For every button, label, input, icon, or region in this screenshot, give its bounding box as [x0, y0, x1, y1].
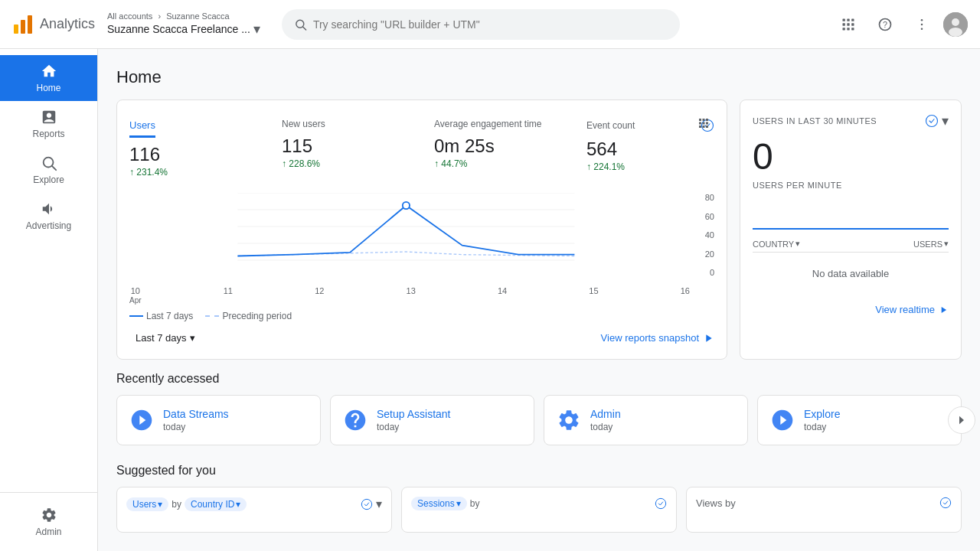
view-snapshot-link[interactable]: View reports snapshot	[601, 332, 714, 344]
advertising-icon	[41, 201, 57, 217]
legend-last7: Last 7 days	[129, 311, 193, 321]
users-dropdown-icon: ▾	[944, 239, 949, 249]
cards-nav-next[interactable]	[948, 406, 975, 434]
users-chip-arrow: ▾	[158, 499, 162, 510]
chevron-right-icon	[955, 413, 969, 427]
y-label-40: 40	[693, 230, 714, 240]
svg-point-16	[921, 18, 923, 21]
legend-dashed-line	[205, 315, 219, 317]
sessions-chip-arrow: ▾	[456, 498, 461, 509]
suggested-users-check-icon[interactable]	[361, 498, 373, 510]
metric-users-value: 116	[129, 144, 257, 165]
svg-point-32	[361, 499, 371, 509]
sidebar: Home Reports Explore Advertising	[0, 49, 98, 551]
search-input[interactable]	[313, 18, 668, 31]
help-button[interactable]: ?	[870, 9, 900, 40]
users-filter[interactable]: USERS ▾	[913, 239, 949, 249]
sidebar-item-explore[interactable]: Explore	[0, 147, 97, 193]
access-card-data-streams[interactable]: Data Streams today	[116, 395, 321, 445]
country-chip[interactable]: Country ID ▾	[185, 497, 247, 511]
metric-new-users-label: New users	[282, 119, 410, 129]
sidebar-label-reports: Reports	[32, 129, 64, 139]
breadcrumb-account: Suzanne Scacca	[166, 11, 230, 21]
avatar[interactable]	[943, 12, 968, 37]
realtime-dropdown-arrow[interactable]: ▾	[942, 112, 949, 129]
view-snapshot-text: View reports snapshot	[601, 332, 699, 344]
suggested-users-filters: Users ▾ by Country ID ▾	[126, 497, 247, 511]
search-icon	[294, 18, 307, 31]
users-chip[interactable]: Users ▾	[126, 497, 168, 511]
analytics-logo-icon	[12, 14, 34, 35]
access-card-explore[interactable]: Explore today	[757, 395, 962, 445]
reports-icon	[41, 109, 57, 126]
suggested-views-check-icon[interactable]	[939, 497, 952, 509]
admin-icon	[557, 408, 581, 432]
expand-button[interactable]	[693, 112, 714, 134]
suggested-card-users[interactable]: Users ▾ by Country ID ▾	[116, 487, 392, 533]
sessions-chip[interactable]: Sessions ▾	[411, 497, 467, 510]
period-selector[interactable]: Last 7 days ▾	[129, 329, 201, 347]
chart-y-labels: 80 60 40 20 0	[693, 193, 714, 277]
access-card-explore-name: Explore	[804, 408, 949, 420]
access-card-data-streams-time: today	[163, 422, 308, 432]
access-card-data-streams-info: Data Streams today	[163, 408, 308, 432]
svg-point-21	[949, 28, 962, 37]
sidebar-admin-area: Admin	[0, 492, 97, 545]
account-selector[interactable]: All accounts › Suzanne Scacca Suzanne Sc…	[107, 11, 260, 37]
metric-event-count-label: Event count	[586, 120, 635, 131]
x-label-12: 12	[315, 286, 324, 305]
recently-accessed-title: Recently accessed	[116, 372, 962, 386]
svg-rect-10	[851, 23, 854, 25]
svg-point-20	[952, 18, 959, 26]
x-label-10: 10Apr	[129, 286, 142, 305]
svg-point-18	[921, 28, 923, 30]
suggested-users-more-icon[interactable]: ▾	[376, 497, 382, 511]
search-bar[interactable]	[282, 9, 680, 40]
suggested-users-actions: ▾	[361, 497, 382, 511]
apps-button[interactable]	[833, 9, 864, 40]
legend-last7-label: Last 7 days	[146, 311, 193, 321]
metric-new-users-change: 228.6%	[282, 158, 410, 169]
suggested-card-views[interactable]: Views by	[686, 487, 962, 533]
svg-text:?: ?	[883, 20, 887, 29]
legend-preceding: Preceding period	[205, 311, 292, 321]
arrow-right-icon	[702, 332, 714, 344]
sidebar-item-reports[interactable]: Reports	[0, 101, 97, 147]
page-title: Home	[116, 67, 962, 87]
account-name-row[interactable]: Suzanne Scacca Freelance ... ▾	[107, 21, 260, 37]
sidebar-label-explore: Explore	[33, 174, 64, 185]
svg-rect-0	[14, 24, 18, 34]
view-realtime-link[interactable]: View realtime	[875, 304, 949, 315]
y-label-0: 0	[693, 268, 714, 277]
realtime-arrow-icon	[938, 305, 949, 315]
sidebar-item-home[interactable]: Home	[0, 55, 97, 101]
sidebar-item-admin[interactable]: Admin	[0, 499, 97, 545]
svg-point-30	[403, 202, 410, 209]
realtime-card: USERS IN LAST 30 MINUTES ▾ 0 USERS PER M…	[740, 99, 962, 360]
suggested-card-sessions[interactable]: Sessions ▾ by	[401, 487, 677, 533]
access-card-setup-assistant-name: Setup Assistant	[377, 408, 521, 420]
metric-engagement-change: 44.7%	[434, 158, 562, 169]
access-card-explore-info: Explore today	[804, 408, 949, 432]
chart-legend: Last 7 days Preceding period	[129, 311, 714, 321]
metric-event-count-change: 224.1%	[586, 161, 714, 172]
y-label-80: 80	[693, 193, 714, 202]
chevron-down-icon[interactable]: ▾	[253, 21, 260, 37]
suggested-views-filters: Views by	[696, 497, 736, 509]
svg-rect-6	[847, 18, 849, 21]
suggested-sessions-actions	[655, 497, 667, 510]
stats-wrapper: Users 116 231.4% New users 115 228.6% Av…	[116, 99, 962, 360]
svg-point-33	[655, 498, 665, 508]
realtime-check-icon[interactable]	[925, 114, 939, 128]
suggested-sessions-check-icon[interactable]	[655, 497, 667, 510]
country-filter[interactable]: COUNTRY ▾	[753, 239, 800, 249]
breadcrumb-all: All accounts	[107, 11, 152, 21]
suggested-sessions-filters: Sessions ▾ by	[411, 497, 479, 510]
sidebar-item-advertising[interactable]: Advertising	[0, 193, 97, 239]
access-card-setup-assistant[interactable]: Setup Assistant today	[330, 395, 534, 445]
x-label-11: 11	[224, 286, 233, 305]
access-card-admin[interactable]: Admin today	[544, 395, 748, 445]
period-dropdown-arrow: ▾	[190, 332, 195, 344]
logo-area: Analytics	[12, 14, 95, 35]
more-button[interactable]	[906, 9, 937, 40]
